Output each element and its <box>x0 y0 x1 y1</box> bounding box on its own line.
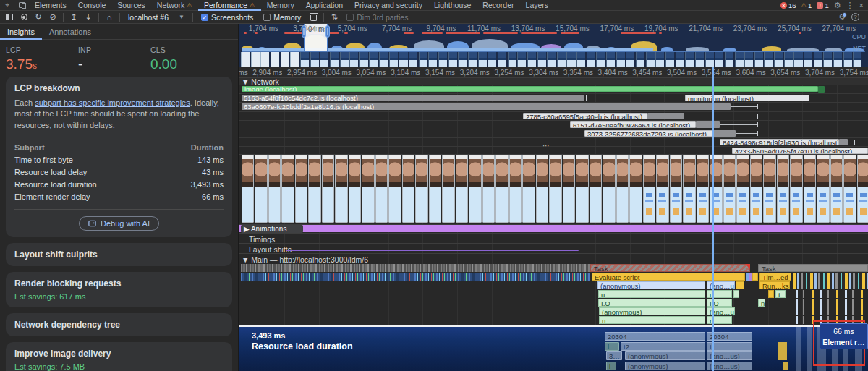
filmstrip-screenshot[interactable] <box>442 155 455 223</box>
memory-checkbox[interactable]: Memory <box>263 13 301 22</box>
flame-bar[interactable] <box>793 273 868 281</box>
filmstrip-screenshot[interactable] <box>415 155 428 223</box>
screenshots-checkbox[interactable]: ✓Screenshots <box>201 13 253 22</box>
filmstrip-screenshot[interactable] <box>763 155 776 223</box>
flame-bar-n[interactable]: n <box>758 299 765 307</box>
tab-console[interactable]: Console <box>72 0 112 11</box>
network-request-bar[interactable] <box>647 113 684 119</box>
flame-bar-task[interactable]: Task <box>758 264 868 272</box>
selection-handle-right[interactable] <box>326 25 330 38</box>
timings-section-header[interactable]: Timings <box>249 235 336 243</box>
filmstrip-screenshot[interactable] <box>375 155 388 223</box>
filmstrip-screenshot[interactable] <box>830 155 843 223</box>
capture-settings-gear-icon[interactable]: ⚙ <box>838 13 846 21</box>
flame-bar[interactable] <box>733 290 739 298</box>
upload-profile-icon[interactable]: ↥ <box>67 12 80 22</box>
profile-selector-dropdown[interactable]: localhost #6▼ <box>124 12 189 22</box>
flame-bar[interactable] <box>796 299 868 307</box>
flame-bar-u[interactable]: u <box>598 290 705 298</box>
tab-application[interactable]: Application <box>300 0 349 11</box>
network-request-bar[interactable]: image (localhost) <box>242 86 818 92</box>
filmstrip-screenshot[interactable] <box>429 155 442 223</box>
network-request-bar[interactable]: 6151-d7e50eafb0926e64.js (localhost) <box>570 121 696 128</box>
main-thread-section-header[interactable]: ▼ Main — http://localhost:3000/ldm/6 <box>242 255 473 263</box>
flame-bar-u[interactable]: u <box>707 290 732 298</box>
filmstrip-screenshot[interactable] <box>563 155 576 223</box>
network-request-bar[interactable] <box>712 130 736 137</box>
network-request-bar[interactable]: 8424-8498c918d9f2b930.js (localhost) <box>720 139 839 145</box>
flame-bar[interactable] <box>796 290 868 298</box>
filmstrip-screenshot[interactable] <box>295 155 308 223</box>
tab-recorder[interactable]: Recorder <box>477 0 519 11</box>
device-toolbar-icon[interactable] <box>16 1 27 10</box>
console-error-badge[interactable]: ✕16 <box>780 1 796 9</box>
filmstrip-screenshot[interactable] <box>790 155 803 223</box>
flame-bar-runks[interactable]: Run…ks <box>760 281 790 289</box>
filmstrip-screenshot[interactable] <box>857 155 868 223</box>
flame-bar-evaluatescript[interactable]: Evaluate script <box>592 273 745 281</box>
filmstrip-screenshot[interactable] <box>495 155 509 223</box>
flame-bar-n[interactable]: n <box>707 316 732 324</box>
flame-bar[interactable] <box>241 264 590 272</box>
tab-lighthouse[interactable]: Lighthouse <box>428 0 477 11</box>
tab-memory[interactable]: Memory <box>261 0 300 11</box>
filmstrip-screenshot[interactable] <box>710 155 723 223</box>
insight-card-render-blocking-requests[interactable]: Render blocking requestsEst savings: 617… <box>6 272 232 307</box>
selection-handle-left[interactable] <box>302 25 306 38</box>
animations-section-header[interactable]: ▶ Animations <box>241 225 303 233</box>
filmstrip-screenshot[interactable] <box>536 155 549 223</box>
filmstrip-screenshot[interactable] <box>549 155 562 223</box>
flame-bar-io[interactable]: I.O <box>707 299 732 307</box>
network-request-bar[interactable]: 5163-a54f8f10c54dc7c2.js (localhost) <box>242 95 584 101</box>
issues-badge[interactable]: !1 <box>817 1 828 9</box>
flame-bar-anous[interactable]: (ano…us) <box>707 281 735 289</box>
filmstrip-screenshot[interactable] <box>482 155 495 223</box>
filmstrip-screenshot[interactable] <box>322 155 335 223</box>
sidebar-tab-annotations[interactable]: Annotations <box>42 24 98 40</box>
filmstrip-screenshot[interactable] <box>843 155 856 223</box>
filmstrip-screenshot[interactable] <box>509 155 522 223</box>
collect-garbage-icon[interactable] <box>307 12 320 22</box>
flame-bar[interactable] <box>241 273 590 281</box>
tab-layers[interactable]: Layers <box>520 0 555 11</box>
tab-privacy-and-security[interactable]: Privacy and security <box>349 0 428 11</box>
debug-with-ai-button[interactable]: Debug with AI <box>79 216 159 231</box>
filmstrip-screenshot[interactable] <box>456 155 469 223</box>
insight-card-network-dependency-tree[interactable]: Network dependency tree <box>6 313 232 336</box>
flame-bar-timed[interactable]: Tim…ed <box>760 273 791 281</box>
tab-performance[interactable]: Performance⚠ <box>198 0 261 11</box>
flame-bar-anonymous[interactable]: (anonymous) <box>597 281 705 289</box>
filmstrip-screenshot[interactable] <box>750 155 763 223</box>
tab-sources[interactable]: Sources <box>111 0 151 11</box>
filmstrip-screenshot[interactable] <box>603 155 616 223</box>
filmstrip-screenshot[interactable] <box>670 155 683 223</box>
record-button[interactable] <box>17 12 30 22</box>
flame-bar-anonymous[interactable]: (anonymous) <box>599 307 705 315</box>
filmstrip-screenshot[interactable] <box>469 155 482 223</box>
flame-bar-anous[interactable]: (ano…us) <box>707 307 735 315</box>
network-request-bar[interactable] <box>839 139 848 145</box>
dim-3rd-parties-checkbox[interactable]: Dim 3rd parties <box>346 13 408 22</box>
filmstrip-screenshot[interactable] <box>268 155 281 223</box>
filmstrip-screenshot[interactable] <box>522 155 535 223</box>
flame-bar[interactable] <box>736 281 744 289</box>
filmstrip-screenshot[interactable] <box>362 155 375 223</box>
flame-bar[interactable] <box>752 273 758 281</box>
filmstrip-screenshot[interactable] <box>817 155 830 223</box>
settings-gear-icon[interactable]: ⚙ <box>834 1 841 9</box>
lcp-breakdown-card[interactable]: LCP breakdown Each subpart has specific … <box>6 77 232 237</box>
clear-recording-button[interactable]: ⊘ <box>46 12 59 22</box>
filmstrip-screenshot[interactable] <box>736 155 749 223</box>
insight-card-improve-image-delivery[interactable]: Improve image deliveryEst savings: 7.5 M… <box>6 342 232 371</box>
filmstrip-screenshot[interactable] <box>590 155 603 223</box>
filmstrip-screenshot[interactable] <box>723 155 736 223</box>
network-request-bar[interactable]: 2785-c80a6595f5ac40eb.js (localhost) <box>523 113 647 119</box>
console-warning-badge[interactable]: ⚠1 <box>801 1 812 9</box>
flame-bar-t[interactable]: t <box>775 290 786 298</box>
network-request-bar[interactable]: 63a0607e-fc20bddf2a1e8b16.js (localhost) <box>242 103 731 110</box>
flame-bar[interactable] <box>793 281 868 289</box>
close-devtools-icon[interactable]: × <box>859 1 864 9</box>
filmstrip-screenshot[interactable] <box>697 155 710 223</box>
tab-network[interactable]: Network⚠ <box>151 0 198 11</box>
flame-bar-task[interactable]: Task <box>590 264 750 272</box>
